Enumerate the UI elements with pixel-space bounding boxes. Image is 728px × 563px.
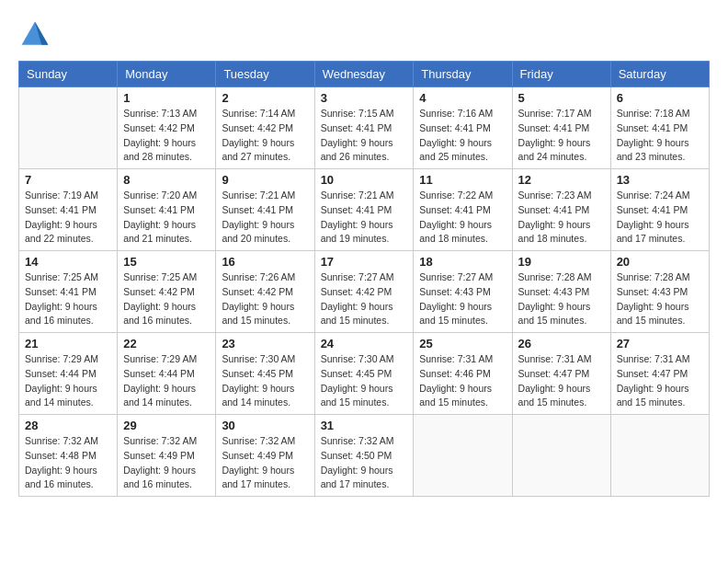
calendar-cell: 12 Sunrise: 7:23 AM Sunset: 4:41 PM Dayl…: [512, 169, 610, 251]
day-number: 29: [123, 419, 210, 432]
calendar-cell: 13 Sunrise: 7:24 AM Sunset: 4:41 PM Dayl…: [610, 169, 709, 251]
day-info: Sunrise: 7:31 AM Sunset: 4:46 PM Dayligh…: [419, 352, 506, 410]
calendar-cell: 20 Sunrise: 7:28 AM Sunset: 4:43 PM Dayl…: [610, 251, 709, 333]
day-number: 13: [617, 173, 703, 187]
day-info: Sunrise: 7:17 AM Sunset: 4:41 PM Dayligh…: [518, 107, 605, 165]
logo: [18, 18, 55, 52]
day-info: Sunrise: 7:25 AM Sunset: 4:42 PM Dayligh…: [123, 270, 210, 328]
calendar-cell: [414, 415, 512, 497]
day-number: 18: [419, 255, 506, 269]
day-info: Sunrise: 7:26 AM Sunset: 4:42 PM Dayligh…: [222, 270, 308, 328]
calendar-cell: 29 Sunrise: 7:32 AM Sunset: 4:49 PM Dayl…: [118, 415, 216, 497]
day-number: 1: [123, 91, 210, 105]
calendar-cell: [512, 415, 610, 497]
day-number: 14: [25, 255, 111, 269]
day-info: Sunrise: 7:23 AM Sunset: 4:41 PM Dayligh…: [518, 189, 605, 247]
weekday-header-sunday: Sunday: [19, 62, 118, 87]
day-number: 16: [222, 255, 308, 269]
day-number: 10: [321, 173, 408, 187]
day-info: Sunrise: 7:29 AM Sunset: 4:44 PM Dayligh…: [25, 352, 111, 410]
day-info: Sunrise: 7:32 AM Sunset: 4:49 PM Dayligh…: [222, 434, 308, 492]
day-info: Sunrise: 7:27 AM Sunset: 4:43 PM Dayligh…: [419, 270, 506, 328]
calendar-cell: 14 Sunrise: 7:25 AM Sunset: 4:41 PM Dayl…: [19, 251, 118, 333]
day-number: 12: [518, 173, 605, 187]
calendar-cell: 22 Sunrise: 7:29 AM Sunset: 4:44 PM Dayl…: [118, 333, 216, 415]
day-info: Sunrise: 7:20 AM Sunset: 4:41 PM Dayligh…: [123, 189, 210, 247]
weekday-header-friday: Friday: [512, 62, 610, 87]
weekday-header-monday: Monday: [118, 62, 216, 87]
calendar-cell: 2 Sunrise: 7:14 AM Sunset: 4:42 PM Dayli…: [216, 87, 314, 169]
day-info: Sunrise: 7:24 AM Sunset: 4:41 PM Dayligh…: [617, 189, 703, 247]
day-number: 2: [222, 91, 308, 105]
calendar-cell: 9 Sunrise: 7:21 AM Sunset: 4:41 PM Dayli…: [216, 169, 314, 251]
calendar-cell: 27 Sunrise: 7:31 AM Sunset: 4:47 PM Dayl…: [610, 333, 709, 415]
day-number: 3: [321, 91, 408, 105]
day-info: Sunrise: 7:18 AM Sunset: 4:41 PM Dayligh…: [617, 107, 703, 165]
calendar-cell: 1 Sunrise: 7:13 AM Sunset: 4:42 PM Dayli…: [118, 87, 216, 169]
day-info: Sunrise: 7:21 AM Sunset: 4:41 PM Dayligh…: [222, 189, 308, 247]
calendar-cell: [19, 87, 118, 169]
day-info: Sunrise: 7:27 AM Sunset: 4:42 PM Dayligh…: [321, 270, 408, 328]
weekday-header-wednesday: Wednesday: [314, 62, 414, 87]
calendar-cell: 18 Sunrise: 7:27 AM Sunset: 4:43 PM Dayl…: [414, 251, 512, 333]
day-info: Sunrise: 7:22 AM Sunset: 4:41 PM Dayligh…: [419, 189, 506, 247]
day-number: 21: [25, 337, 111, 350]
day-info: Sunrise: 7:19 AM Sunset: 4:41 PM Dayligh…: [25, 189, 111, 247]
calendar-cell: 24 Sunrise: 7:30 AM Sunset: 4:45 PM Dayl…: [314, 333, 414, 415]
calendar-cell: 15 Sunrise: 7:25 AM Sunset: 4:42 PM Dayl…: [118, 251, 216, 333]
day-info: Sunrise: 7:16 AM Sunset: 4:41 PM Dayligh…: [419, 107, 506, 165]
day-number: 8: [123, 173, 210, 187]
calendar-cell: 6 Sunrise: 7:18 AM Sunset: 4:41 PM Dayli…: [610, 87, 709, 169]
calendar-cell: 21 Sunrise: 7:29 AM Sunset: 4:44 PM Dayl…: [19, 333, 118, 415]
calendar-cell: 5 Sunrise: 7:17 AM Sunset: 4:41 PM Dayli…: [512, 87, 610, 169]
day-number: 11: [419, 173, 506, 187]
calendar-cell: [610, 415, 709, 497]
day-number: 25: [419, 337, 506, 350]
day-number: 7: [25, 173, 111, 187]
day-info: Sunrise: 7:15 AM Sunset: 4:41 PM Dayligh…: [321, 107, 408, 165]
day-number: 22: [123, 337, 210, 350]
calendar-cell: 17 Sunrise: 7:27 AM Sunset: 4:42 PM Dayl…: [314, 251, 414, 333]
weekday-header-tuesday: Tuesday: [216, 62, 314, 87]
day-info: Sunrise: 7:31 AM Sunset: 4:47 PM Dayligh…: [518, 352, 605, 410]
day-number: 6: [617, 91, 703, 105]
day-info: Sunrise: 7:28 AM Sunset: 4:43 PM Dayligh…: [617, 270, 703, 328]
day-info: Sunrise: 7:31 AM Sunset: 4:47 PM Dayligh…: [617, 352, 703, 410]
day-number: 15: [123, 255, 210, 269]
calendar-cell: 8 Sunrise: 7:20 AM Sunset: 4:41 PM Dayli…: [118, 169, 216, 251]
calendar-cell: 11 Sunrise: 7:22 AM Sunset: 4:41 PM Dayl…: [414, 169, 512, 251]
day-number: 26: [518, 337, 605, 350]
calendar-cell: 19 Sunrise: 7:28 AM Sunset: 4:43 PM Dayl…: [512, 251, 610, 333]
page-header: [18, 18, 710, 52]
calendar-cell: 26 Sunrise: 7:31 AM Sunset: 4:47 PM Dayl…: [512, 333, 610, 415]
day-number: 9: [222, 173, 308, 187]
day-info: Sunrise: 7:30 AM Sunset: 4:45 PM Dayligh…: [222, 352, 308, 410]
day-info: Sunrise: 7:29 AM Sunset: 4:44 PM Dayligh…: [123, 352, 210, 410]
calendar-cell: 3 Sunrise: 7:15 AM Sunset: 4:41 PM Dayli…: [314, 87, 414, 169]
logo-icon: [18, 18, 51, 52]
day-info: Sunrise: 7:14 AM Sunset: 4:42 PM Dayligh…: [222, 107, 308, 165]
calendar-cell: 28 Sunrise: 7:32 AM Sunset: 4:48 PM Dayl…: [19, 415, 118, 497]
day-number: 17: [321, 255, 408, 269]
day-number: 19: [518, 255, 605, 269]
day-info: Sunrise: 7:28 AM Sunset: 4:43 PM Dayligh…: [518, 270, 605, 328]
calendar-cell: 30 Sunrise: 7:32 AM Sunset: 4:49 PM Dayl…: [216, 415, 314, 497]
day-number: 28: [25, 419, 111, 432]
calendar-cell: 25 Sunrise: 7:31 AM Sunset: 4:46 PM Dayl…: [414, 333, 512, 415]
day-info: Sunrise: 7:32 AM Sunset: 4:50 PM Dayligh…: [321, 434, 408, 492]
calendar-cell: 10 Sunrise: 7:21 AM Sunset: 4:41 PM Dayl…: [314, 169, 414, 251]
day-info: Sunrise: 7:25 AM Sunset: 4:41 PM Dayligh…: [25, 270, 111, 328]
calendar-cell: 7 Sunrise: 7:19 AM Sunset: 4:41 PM Dayli…: [19, 169, 118, 251]
day-number: 20: [617, 255, 703, 269]
calendar-cell: 31 Sunrise: 7:32 AM Sunset: 4:50 PM Dayl…: [314, 415, 414, 497]
weekday-header-saturday: Saturday: [610, 62, 709, 87]
calendar-cell: 16 Sunrise: 7:26 AM Sunset: 4:42 PM Dayl…: [216, 251, 314, 333]
day-info: Sunrise: 7:32 AM Sunset: 4:48 PM Dayligh…: [25, 434, 111, 492]
day-info: Sunrise: 7:32 AM Sunset: 4:49 PM Dayligh…: [123, 434, 210, 492]
day-info: Sunrise: 7:13 AM Sunset: 4:42 PM Dayligh…: [123, 107, 210, 165]
day-number: 23: [222, 337, 308, 350]
day-number: 27: [617, 337, 703, 350]
day-info: Sunrise: 7:30 AM Sunset: 4:45 PM Dayligh…: [321, 352, 408, 410]
calendar-cell: 4 Sunrise: 7:16 AM Sunset: 4:41 PM Dayli…: [414, 87, 512, 169]
calendar-table: SundayMondayTuesdayWednesdayThursdayFrid…: [18, 61, 710, 497]
